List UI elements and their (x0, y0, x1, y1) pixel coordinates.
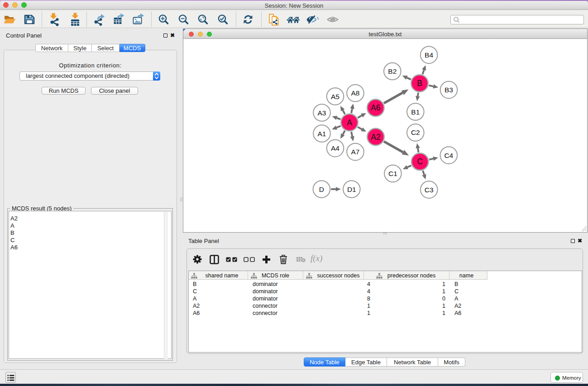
svg-text:A8: A8 (351, 89, 360, 97)
svg-text:B4: B4 (425, 51, 433, 59)
svg-text:B2: B2 (388, 67, 397, 75)
svg-text:B1: B1 (411, 108, 420, 116)
svg-text:C: C (417, 157, 423, 166)
svg-text:C4: C4 (444, 152, 453, 159)
svg-text:A3: A3 (318, 109, 326, 117)
svg-text:A4: A4 (331, 144, 339, 152)
svg-text:C3: C3 (425, 186, 434, 194)
svg-text:A7: A7 (351, 148, 360, 156)
svg-text:B: B (417, 79, 422, 88)
svg-text:C1: C1 (388, 170, 397, 177)
svg-text:C2: C2 (411, 129, 420, 136)
svg-text:A5: A5 (331, 93, 339, 100)
svg-text:A: A (347, 118, 352, 127)
svg-text:A2: A2 (371, 133, 380, 142)
svg-text:D1: D1 (347, 186, 356, 193)
svg-text:A1: A1 (318, 130, 326, 138)
svg-text:D: D (319, 186, 324, 193)
svg-text:B3: B3 (445, 86, 453, 94)
svg-text:A6: A6 (371, 103, 380, 112)
